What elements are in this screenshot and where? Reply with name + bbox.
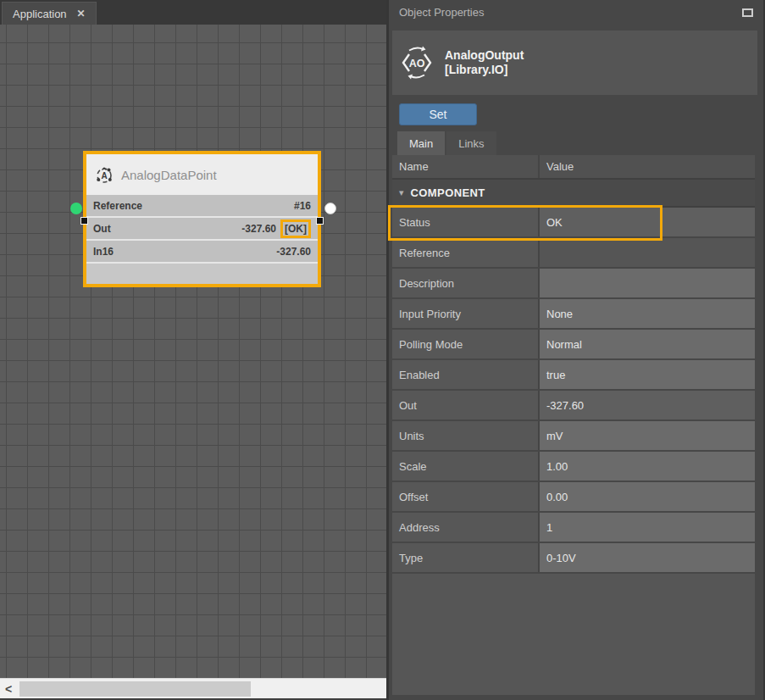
block-row-label: Reference (93, 200, 142, 212)
property-value[interactable]: None (538, 299, 755, 328)
property-name: Status (392, 208, 538, 236)
block-title: AnalogDataPoint (121, 168, 217, 182)
property-name: Input Priority (392, 299, 538, 328)
properties-table: Name Value ▾ COMPONENT Status OK Referen… (392, 155, 755, 695)
property-name: Reference (392, 238, 538, 267)
property-value[interactable]: 1.00 (538, 452, 755, 481)
property-name: Units (392, 421, 538, 450)
property-value[interactable]: mV (538, 421, 755, 450)
block-row-label: Out (93, 223, 111, 235)
section-label: COMPONENT (411, 186, 485, 199)
svg-text:AO: AO (409, 58, 425, 69)
property-row[interactable]: Address 1 (392, 513, 755, 543)
selected-object-info: AO AnalogOutput [Library.IO] (392, 31, 757, 95)
property-value[interactable]: 1 (538, 513, 755, 542)
object-name: AnalogOutput (445, 48, 524, 63)
property-row[interactable]: Enabled true (392, 360, 755, 391)
property-row[interactable]: Status OK (392, 208, 755, 238)
input-port-dot[interactable] (70, 203, 82, 214)
analog-output-icon: AO (399, 45, 435, 81)
analog-point-icon: A (95, 165, 114, 184)
object-library: [Library.IO] (445, 63, 524, 77)
set-button[interactable]: Set (399, 103, 477, 125)
block-row-label: In16 (93, 246, 114, 258)
property-row[interactable]: Reference (392, 238, 755, 269)
scroll-left-arrow-icon[interactable]: < (0, 682, 17, 696)
canvas-tab-bar: Application ✕ (0, 0, 386, 25)
table-header-row: Name Value (392, 155, 755, 180)
window-restore-icon[interactable] (742, 8, 753, 17)
collapse-caret-icon[interactable]: ▾ (399, 187, 404, 198)
output-port-dot[interactable] (324, 203, 336, 214)
svg-text:A: A (101, 171, 107, 181)
property-name: Offset (392, 482, 538, 511)
horizontal-scrollbar[interactable]: < (0, 678, 386, 698)
property-name: Type (392, 543, 538, 572)
property-value[interactable]: Normal (538, 330, 755, 358)
properties-tab-bar: Main Links (397, 131, 496, 155)
property-row[interactable]: Units mV (392, 421, 755, 452)
property-name: Out (392, 391, 538, 419)
block-row-value: -327.60 (276, 246, 311, 258)
property-name: Description (392, 269, 538, 297)
left-connection-handle[interactable] (80, 217, 88, 225)
property-name: Address (392, 513, 538, 542)
block-row-reference[interactable]: Reference #16 (86, 195, 318, 218)
grid-canvas[interactable] (0, 25, 386, 678)
component-section-header[interactable]: ▾ COMPONENT (392, 180, 755, 208)
block-row-out[interactable]: Out -327.60 [OK] (86, 218, 318, 241)
property-row[interactable]: Offset 0.00 (392, 482, 755, 513)
property-value[interactable]: 0.00 (538, 482, 755, 511)
column-header-name: Name (392, 160, 538, 173)
property-row[interactable]: Input Priority None (392, 299, 755, 330)
tab-close-icon[interactable]: ✕ (77, 8, 86, 19)
panel-title-bar: Object Properties (389, 0, 763, 25)
property-name: Scale (392, 452, 538, 481)
panel-title: Object Properties (399, 6, 484, 19)
application-window: Application ✕ A AnalogDataPoint Referenc… (0, 0, 765, 700)
wire-sheet-workspace: Application ✕ A AnalogDataPoint Referenc… (0, 0, 386, 700)
block-header[interactable]: A AnalogDataPoint (86, 154, 318, 195)
property-value[interactable] (538, 238, 755, 267)
tab-links[interactable]: Links (446, 131, 496, 155)
property-row[interactable]: Polling Mode Normal (392, 330, 755, 360)
column-header-value: Value (538, 155, 755, 178)
property-row[interactable]: Description (392, 269, 755, 299)
property-rows-container: Status OK Reference Description Input Pr… (392, 208, 755, 574)
property-row[interactable]: Scale 1.00 (392, 452, 755, 482)
property-name: Polling Mode (392, 330, 538, 358)
right-connection-handle[interactable] (316, 217, 324, 225)
analog-data-point-block[interactable]: A AnalogDataPoint Reference #16 Out -327… (83, 151, 321, 287)
tab-application[interactable]: Application ✕ (2, 2, 97, 25)
property-value[interactable] (538, 269, 755, 297)
object-properties-panel: Object Properties AO AnalogOutput [Libra… (386, 0, 765, 700)
property-name: Enabled (392, 360, 538, 389)
property-row[interactable]: Type 0-10V (392, 543, 755, 574)
property-row[interactable]: Out -327.60 (392, 391, 755, 421)
scrollbar-thumb[interactable] (19, 681, 251, 697)
tab-application-label: Application (13, 8, 67, 20)
property-value[interactable]: -327.60 (538, 391, 755, 419)
block-footer (86, 264, 318, 284)
ok-status-highlight: [OK] (280, 219, 311, 238)
property-value[interactable]: 0-10V (538, 543, 755, 572)
block-row-value: #16 (294, 200, 311, 212)
property-value[interactable]: OK (538, 208, 755, 236)
block-row-in16[interactable]: In16 -327.60 (86, 241, 318, 264)
block-row-value: -327.60 (241, 223, 276, 235)
tab-main[interactable]: Main (397, 131, 445, 155)
property-value[interactable]: true (538, 360, 755, 389)
